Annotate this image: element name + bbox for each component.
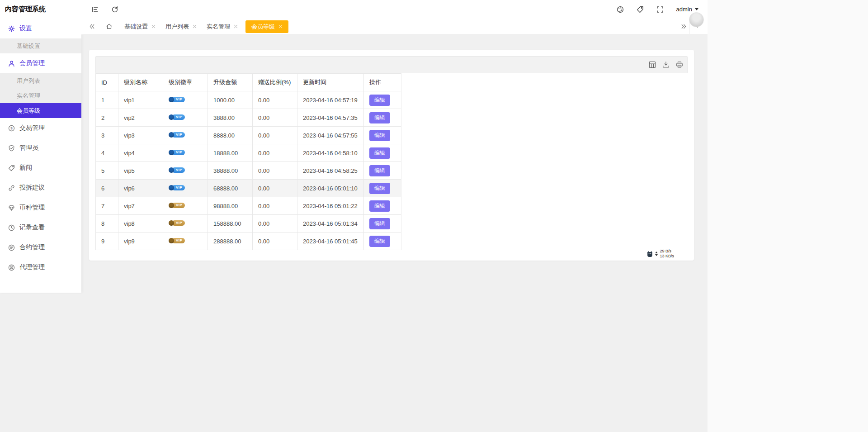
- sidebar-item-label: 代理管理: [19, 263, 45, 271]
- download-speed: 13 KB/s: [660, 254, 674, 259]
- table-row: 6 vip6 VIP 68888.00 0.00 2023-04-16 05:0…: [96, 180, 401, 197]
- sidebar-item-agent-management[interactable]: 代理管理: [0, 257, 81, 277]
- vip-badge-emblem-icon: [169, 114, 174, 120]
- sidebar-item-currency-management[interactable]: 币种管理: [0, 198, 81, 218]
- member-user-icon: [8, 60, 15, 67]
- user-name: admin: [676, 6, 692, 13]
- cell-bonus-ratio: 0.00: [253, 197, 297, 215]
- export-icon[interactable]: [662, 61, 670, 68]
- sidebar-item-member-level[interactable]: 会员等级: [0, 103, 81, 118]
- sidebar-item-label: 会员等级: [17, 107, 40, 115]
- table-columns-icon[interactable]: [649, 61, 656, 68]
- col-header-upgrade-amount: 升级金额: [208, 74, 253, 91]
- news-tag-icon: [8, 165, 15, 171]
- svg-text:$: $: [10, 126, 13, 130]
- tab-realname-management[interactable]: 实名管理: [202, 19, 243, 35]
- cell-actions: 编辑: [364, 180, 401, 197]
- vip-badge: VIP: [169, 114, 185, 120]
- sidebar-item-records-view[interactable]: 记录查看: [0, 218, 81, 237]
- cell-bonus-ratio: 0.00: [253, 233, 297, 250]
- col-header-updated-time: 更新时间: [297, 74, 364, 91]
- sidebar-item-member-management[interactable]: 会员管理: [0, 53, 81, 73]
- network-monitor-icon: [646, 251, 653, 257]
- close-icon[interactable]: [234, 24, 238, 28]
- topbar-right-actions: admin: [617, 6, 708, 13]
- theme-icon[interactable]: [617, 6, 624, 13]
- close-icon[interactable]: [193, 24, 197, 28]
- cell-id: 9: [96, 233, 118, 250]
- cell-bonus-ratio: 0.00: [253, 180, 297, 197]
- double-chevron-right-icon[interactable]: [678, 19, 689, 35]
- table-toolbar: [95, 56, 688, 73]
- edit-button[interactable]: 编辑: [369, 130, 390, 141]
- close-icon[interactable]: [278, 24, 283, 28]
- refresh-icon[interactable]: [111, 6, 118, 13]
- cell-level-badge: VIP: [163, 197, 208, 215]
- fullscreen-icon[interactable]: [656, 6, 664, 13]
- sidebar-item-realname-management[interactable]: 实名管理: [0, 88, 81, 103]
- tab-user-list[interactable]: 用户列表: [160, 19, 202, 35]
- edit-button[interactable]: 编辑: [369, 95, 390, 106]
- vip-badge: VIP: [169, 203, 185, 208]
- col-header-bonus-ratio: 赠送比例(%): [253, 74, 297, 91]
- cell-level-name: vip7: [118, 197, 163, 215]
- collapse-menu-icon[interactable]: [91, 6, 99, 13]
- cell-actions: 编辑: [364, 127, 401, 144]
- cell-updated-time: 2023-04-16 04:57:55: [297, 127, 364, 144]
- cell-updated-time: 2023-04-16 04:58:10: [297, 144, 364, 162]
- table-row: 1 vip1 VIP 1000.00 0.00 2023-04-16 04:57…: [96, 91, 401, 109]
- sidebar-item-label: 基础设置: [17, 42, 40, 50]
- edit-button[interactable]: 编辑: [369, 112, 390, 123]
- tag-icon[interactable]: [637, 6, 644, 13]
- vip-badge-emblem-icon: [169, 238, 174, 243]
- print-icon[interactable]: [676, 61, 683, 68]
- contract-doc-icon: [8, 244, 15, 251]
- member-level-card: ID 级别名称 级别徽章 升级金额 赠送比例(%) 更新时间 操作 1 vip1: [89, 50, 694, 261]
- cell-id: 6: [96, 180, 118, 197]
- edit-button[interactable]: 编辑: [369, 218, 390, 229]
- user-avatar[interactable]: [689, 12, 704, 27]
- vip-badge: VIP: [169, 150, 185, 155]
- vip-badge: VIP: [169, 220, 185, 226]
- sidebar-item-news[interactable]: 新闻: [0, 158, 81, 178]
- sidebar-item-label: 合约管理: [19, 243, 45, 252]
- sidebar-item-user-list[interactable]: 用户列表: [0, 73, 81, 88]
- edit-button[interactable]: 编辑: [369, 147, 390, 159]
- user-menu[interactable]: admin: [676, 6, 698, 13]
- cell-upgrade-amount: 18888.00: [208, 144, 253, 162]
- close-icon[interactable]: [151, 24, 156, 28]
- tab-label: 会员等级: [251, 23, 275, 31]
- cell-id: 5: [96, 162, 118, 180]
- edit-button[interactable]: 编辑: [369, 200, 390, 212]
- home-icon[interactable]: [103, 19, 115, 35]
- caret-down-icon: [695, 8, 698, 10]
- sidebar-item-basic-settings[interactable]: 基础设置: [0, 38, 81, 53]
- vip-badge: VIP: [169, 167, 185, 173]
- cell-id: 2: [96, 109, 118, 127]
- cell-level-name: vip5: [118, 162, 163, 180]
- cell-upgrade-amount: 68888.00: [208, 180, 253, 197]
- sidebar-item-feedback[interactable]: 投拆建议: [0, 178, 81, 198]
- cell-bonus-ratio: 0.00: [253, 144, 297, 162]
- cell-actions: 编辑: [364, 91, 401, 109]
- tab-member-level[interactable]: 会员等级: [245, 20, 288, 33]
- edit-button[interactable]: 编辑: [369, 236, 390, 247]
- vip-badge-emblem-icon: [169, 220, 174, 226]
- sidebar-item-transaction-management[interactable]: $ 交易管理: [0, 118, 81, 138]
- cell-id: 4: [96, 144, 118, 162]
- network-monitor: 29 B/s 13 KB/s: [646, 249, 674, 259]
- table-row: 2 vip2 VIP 3888.00 0.00 2023-04-16 04:57…: [96, 109, 401, 127]
- cell-upgrade-amount: 8888.00: [208, 127, 253, 144]
- double-chevron-left-icon[interactable]: [86, 19, 98, 35]
- table-row: 8 vip8 VIP 158888.00 0.00 2023-04-16 05:…: [96, 215, 401, 233]
- sidebar-item-settings[interactable]: 设置: [0, 19, 81, 38]
- cell-actions: 编辑: [364, 215, 401, 233]
- app-title: 内容管理系统: [0, 5, 81, 14]
- tab-basic-settings[interactable]: 基础设置: [119, 19, 160, 35]
- sidebar-item-contract-management[interactable]: 合约管理: [0, 237, 81, 257]
- records-clock-icon: [8, 224, 15, 231]
- edit-button[interactable]: 编辑: [369, 165, 390, 176]
- edit-button[interactable]: 编辑: [369, 183, 390, 194]
- sidebar-item-administrator[interactable]: 管理员: [0, 138, 81, 158]
- sidebar: 设置 基础设置 会员管理 用户列表 实名管理 会员等级 $ 交易管理: [0, 19, 81, 293]
